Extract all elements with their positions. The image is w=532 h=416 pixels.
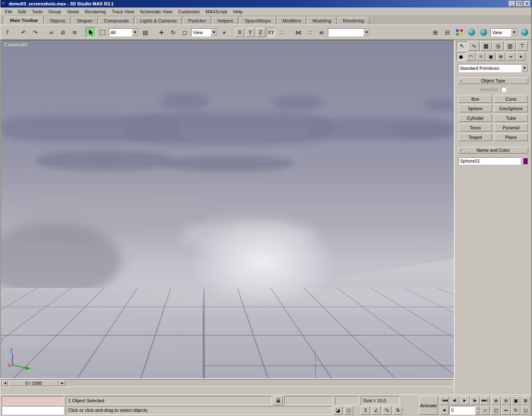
chevron-down-icon[interactable]: ▼ [511,29,517,36]
tab-compounds[interactable]: Compounds [99,17,134,25]
mini-listener-script-line[interactable] [2,406,64,415]
spinner-down-icon[interactable]: ▾ [475,410,480,415]
chevron-down-icon[interactable]: ▼ [521,64,528,72]
tab-objects[interactable]: Objects [44,17,71,25]
select-object-icon[interactable] [86,27,96,37]
tab-shapes[interactable]: Shapes [71,17,98,25]
restrict-xy-plane-button[interactable]: XY [266,28,276,37]
close-button[interactable]: ✕ [524,1,530,7]
current-frame-field[interactable]: 0 [449,406,475,415]
undo-icon[interactable]: ↶ [18,27,29,37]
menu-help[interactable]: Help [230,8,246,15]
animate-button[interactable]: Animate [419,396,438,415]
menu-tools[interactable]: Tools [29,8,46,15]
object-type-button-cylinder[interactable]: Cylinder [458,114,492,122]
restrict-x-button[interactable]: X [235,28,244,37]
menu-rendering[interactable]: Rendering [82,8,109,15]
goto-start-button[interactable]: |◀◀ [440,396,449,405]
zoom-extents-icon[interactable]: ▣ [511,396,521,405]
select-and-rotate-icon[interactable]: ↻ [168,27,178,37]
quick-render-icon[interactable] [478,27,489,37]
align-icon[interactable]: ≡ [316,27,327,37]
systems-category-icon[interactable]: ∗ [516,52,525,61]
object-name-input[interactable] [458,157,521,165]
key-mode-toggle[interactable]: ● [440,406,449,415]
select-and-scale-icon[interactable]: ◻ [180,27,190,37]
object-type-button-tube[interactable]: Tube [494,114,528,122]
object-type-button-torus[interactable]: Torus [458,124,492,131]
menu-views[interactable]: Views [64,8,82,15]
helpers-category-icon[interactable]: ⊕ [496,52,505,61]
cameras-category-icon[interactable]: ▣ [486,52,495,61]
minimize-button[interactable]: _ [509,1,515,7]
zoom-icon[interactable]: ⊕ [491,396,501,405]
next-frame-button[interactable]: |▶ [470,396,480,405]
tab-main-toolbar[interactable]: Main Toolbar [5,17,44,25]
camera-viewport[interactable]: Camera01 Z x [0,40,454,379]
restrict-z-button[interactable]: Z [256,28,265,37]
min-max-toggle-icon[interactable]: ◱ [521,406,530,415]
select-and-move-icon[interactable]: + [156,27,167,37]
goto-end-button[interactable]: ▶▶| [480,396,490,405]
object-color-swatch[interactable] [523,158,528,164]
restore-button[interactable]: ❐ [516,1,523,7]
object-category-dropdown[interactable]: Standard Primitives ▼ [458,64,528,72]
spacewarps-category-icon[interactable]: ≈ [506,52,515,61]
autogrid-checkbox[interactable] [501,87,506,92]
menu-schematic-view[interactable]: Schematic View [137,8,175,15]
geometry-category-icon[interactable]: ● [456,52,466,61]
angle-snap-icon[interactable]: ∠ [372,406,381,415]
shapes-category-icon[interactable]: ◠ [466,52,475,61]
named-selection-sets-dropdown[interactable]: ▼ [328,28,370,37]
select-and-link-icon[interactable]: ∞ [46,27,57,37]
object-type-button-box[interactable]: Box [458,95,492,103]
time-slider-right-arrow[interactable]: ▶ [59,380,65,386]
render-type-dropdown[interactable]: View ▼ [490,28,518,37]
spinner-up-icon[interactable]: ▴ [475,406,480,411]
help-mode-icon[interactable]: ? [2,27,12,37]
object-type-button-pyramid[interactable]: Pyramid [494,124,528,131]
chevron-down-icon[interactable]: ▼ [132,29,138,36]
menu-file[interactable]: File [2,8,15,15]
region-zoom-icon[interactable]: ◰ [491,406,501,415]
utilities-tab[interactable]: ⊤ [517,41,528,51]
tab-particles[interactable]: Particles [183,17,211,25]
zoom-extents-all-icon[interactable]: ⊞ [521,396,530,405]
mini-listener-macro-line[interactable] [2,396,64,405]
restrict-y-button[interactable]: Y [246,28,255,37]
material-editor-icon[interactable] [454,27,465,37]
crossing-selection-toggle-icon[interactable]: ◫ [344,406,353,415]
tab-lights-cameras[interactable]: Lights & Cameras [135,17,182,25]
menu-maxscript[interactable]: MAXScript [203,8,230,15]
degradation-override-icon[interactable]: ◪ [333,406,342,415]
name-color-rollout-header[interactable]: - Name and Color [458,147,528,154]
time-slider-left-arrow[interactable]: ◀ [2,380,8,386]
percent-snap-icon[interactable]: % [382,406,392,415]
object-type-button-sphere[interactable]: Sphere [458,104,492,112]
menu-group[interactable]: Group [45,8,64,15]
pan-icon[interactable]: ↔ [501,406,511,415]
tab-modifiers[interactable]: Modifiers [277,17,307,25]
tab-rendering[interactable]: Rendering [337,17,369,25]
arc-rotate-icon[interactable]: ↻ [511,406,521,415]
render-last-icon[interactable] [520,27,530,37]
modify-tab[interactable]: ∿ [468,41,480,51]
object-type-button-teapot[interactable]: Teapot [458,133,492,141]
hierarchy-tab[interactable]: ▦ [480,41,492,51]
menu-customize[interactable]: Customize [175,8,203,15]
snap-toggle-3d-icon[interactable]: 3 [361,406,370,415]
schematic-view-icon[interactable]: ⊟ [442,27,453,37]
tab-helpers[interactable]: Helpers [212,17,239,25]
object-type-rollout-header[interactable]: - Object Type [458,77,528,84]
ik-toggle-icon[interactable]: ∴ [277,27,287,37]
unlink-selection-icon[interactable]: ⊘ [58,27,68,37]
menu-edit[interactable]: Edit [15,8,29,15]
mirror-icon[interactable]: ⋈ [293,27,303,37]
object-type-button-cone[interactable]: Cone [494,95,528,103]
reference-coordinate-dropdown[interactable]: View ▼ [191,28,218,37]
object-type-button-geosphere[interactable]: GeoSphere [494,104,528,112]
time-slider-thumb[interactable]: 0 / 1000 [8,380,59,386]
array-icon[interactable]: ∷ [305,27,315,37]
motion-tab[interactable]: ◎ [493,41,504,51]
create-tab[interactable]: ↖ [456,41,468,51]
